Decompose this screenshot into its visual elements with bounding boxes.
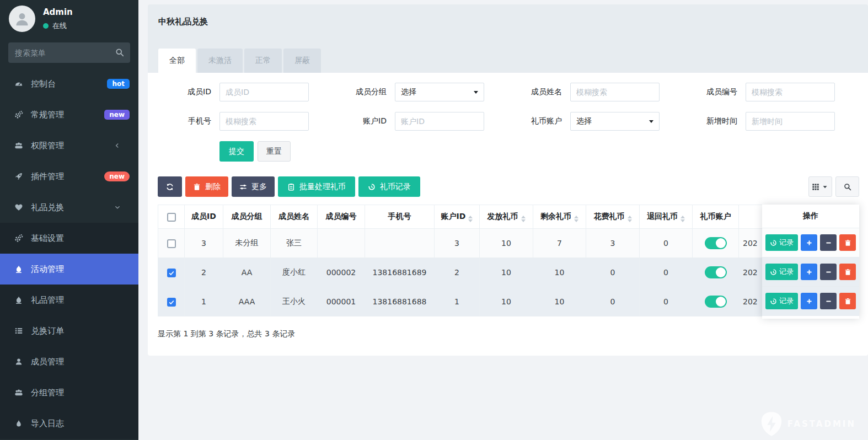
column-header[interactable]: 发放礼币 [480,205,533,229]
search-toggle-button[interactable] [835,176,859,197]
submit-button[interactable]: 提交 [219,141,254,162]
column-header[interactable]: 退回礼币 [640,205,693,229]
filter-field: 账户ID [333,112,508,131]
avatar [9,6,35,32]
sidebar-subitem[interactable]: 分组管理 [0,377,138,408]
heart-icon [14,203,24,212]
add-coin-button[interactable] [801,234,817,251]
tab[interactable]: 未激活 [197,49,243,73]
more-button-label: 更多 [251,182,267,192]
filter-select-value: 选择 [401,87,416,97]
delete-row-button[interactable] [839,293,856,309]
filter-label: 成员编号 [684,87,746,97]
record-button[interactable]: 记录 [765,264,798,280]
filter-field: 手机号 [158,112,333,131]
more-button[interactable]: 更多 [232,176,275,197]
column-header[interactable]: 账户ID [435,205,480,229]
table-cell: 10 [480,258,533,287]
sidebar-subitem[interactable]: 导入日志 [0,408,138,439]
tab[interactable]: 全部 [158,49,196,73]
filter-input[interactable] [219,83,309,101]
gift-account-toggle[interactable] [705,296,727,308]
trash-icon [844,239,851,246]
tab[interactable]: 正常 [244,49,282,73]
filter-field: 成员编号 [684,83,859,101]
sort-icon [574,216,578,222]
refresh-button[interactable] [158,176,182,197]
filter-input[interactable] [570,83,660,101]
sidebar-item[interactable]: 常规管理new [0,99,138,130]
column-header [158,205,185,229]
table-header-row: 成员ID成员分组成员姓名成员编号手机号账户ID发放礼币剩余礼币花费礼币退回礼币礼… [158,205,859,229]
caret-down-icon [474,91,478,96]
delete-row-button[interactable] [839,264,856,280]
sidebar-item[interactable]: 插件管理new [0,161,138,192]
menu-badge: new [104,171,130,181]
record-button-label: 记录 [779,238,794,248]
gift-account-toggle[interactable] [705,266,727,278]
table-cell [318,229,365,258]
row-checkbox[interactable] [167,269,176,277]
sidebar-subitem[interactable]: 成员管理 [0,346,138,377]
table-cell: 1 [435,287,480,316]
filter-select[interactable]: 选择 [395,83,484,101]
filter-label: 礼币账户 [508,116,570,126]
sidebar-item[interactable]: 控制台hot [0,68,138,99]
sort-icon [628,216,632,222]
subtract-coin-button[interactable] [820,293,837,309]
reset-button[interactable]: 重置 [258,141,291,162]
delete-button[interactable]: 删除 [185,176,228,197]
table-cell: 3 [185,229,223,258]
subtract-coin-button[interactable] [820,234,837,251]
add-coin-button[interactable] [801,293,817,309]
user-status-label: 在线 [52,21,67,31]
sidebar-subitem[interactable]: 活动管理 [0,254,138,285]
sort-icon [681,216,685,222]
tab[interactable]: 屏蔽 [283,49,321,73]
filter-select-value: 选择 [576,116,592,126]
history-icon [368,183,376,191]
filter-input[interactable] [395,112,484,131]
sidebar-menu: 控制台hot常规管理new权限管理插件管理new礼品兑换 [0,68,138,223]
coin-record-button[interactable]: 礼币记录 [358,176,420,197]
menu-search-input[interactable] [8,42,130,63]
sidebar-subitem[interactable]: 礼品管理 [0,285,138,315]
columns-button[interactable] [808,176,832,197]
checkbox-cell [158,287,185,316]
column-header[interactable]: 剩余礼币 [533,205,586,229]
sidebar-subitem[interactable]: 兑换订单 [0,315,138,346]
filter-input[interactable] [219,112,309,131]
row-checkbox[interactable] [167,298,176,307]
add-coin-button[interactable] [801,264,817,280]
record-button[interactable]: 记录 [765,293,798,309]
table-cell: AA [223,258,271,287]
filter-input[interactable] [746,83,835,101]
sidebar-item[interactable]: 礼品兑换 [0,192,138,223]
filter-input[interactable] [746,112,835,131]
plus-icon [806,298,813,305]
record-summary: 显示第 1 到第 3 条记录，总共 3 条记录 [158,329,859,339]
minus-icon [825,269,832,276]
table-cell: 度小红 [271,258,318,287]
shield-bolt-icon [760,411,783,437]
column-header[interactable]: 花费礼币 [586,205,640,229]
column-header: 手机号 [365,205,435,229]
operation-row: 记录 [762,228,859,257]
sidebar-subitem[interactable]: 基础设置 [0,223,138,254]
column-header: 成员ID [185,205,223,229]
page-title: 中秋礼品兑换 [158,17,857,27]
filter-select[interactable]: 选择 [570,112,660,131]
gift-account-toggle[interactable] [705,237,727,249]
column-header-label: 剩余礼币 [540,212,571,221]
caret-down-icon [821,183,829,191]
subtract-coin-button[interactable] [820,264,837,280]
online-status-dot [43,23,49,29]
table-cell: 7 [533,229,586,258]
operation-row: 记录 [762,287,859,316]
record-button[interactable]: 记录 [765,234,798,251]
row-checkbox[interactable] [167,239,176,248]
sidebar-item[interactable]: 权限管理 [0,130,138,161]
batch-process-button[interactable]: 批量处理礼币 [278,176,355,197]
select-all-checkbox[interactable] [167,213,176,222]
delete-row-button[interactable] [839,234,856,251]
